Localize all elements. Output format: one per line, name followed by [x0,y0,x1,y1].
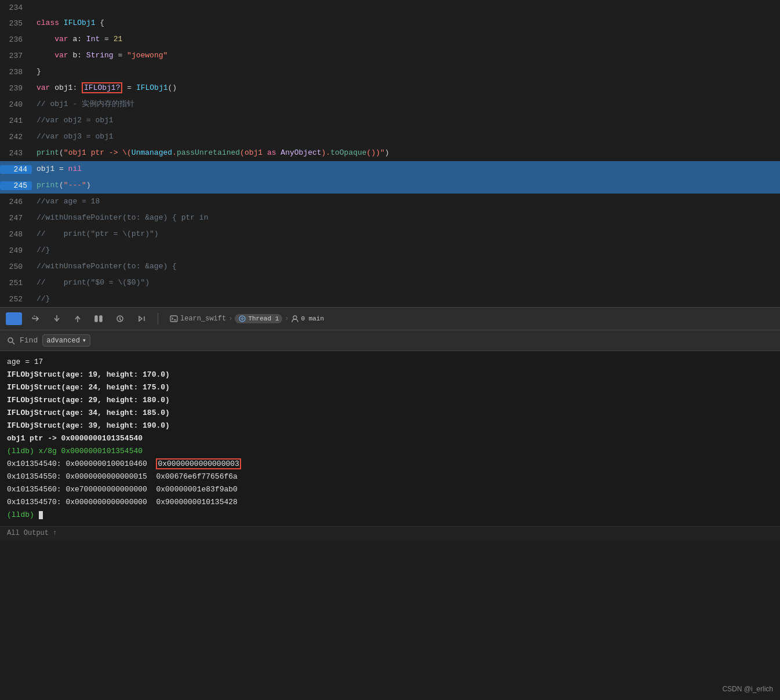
code-content: obj1 = nil [32,162,780,177]
console-line: IFLObjStruct(age: 24, height: 175.0) [7,381,773,394]
code-line-240: 240 // obj1 - 实例内存的指针 [0,96,780,112]
breadcrumb-thread-label: Thread 1 [248,315,279,322]
svg-rect-1 [95,316,97,322]
code-line-248: 248 // print("ptr = \(ptr)") [0,226,780,242]
breadcrumb: learn_swift › Thread 1 › 0 main [170,314,324,323]
line-number: 236 [0,35,32,44]
svg-rect-0 [11,316,17,322]
code-editor: 234 235 class IFLObj1 { 236 var a: Int =… [0,0,780,307]
code-line-243: 243 print("obj1 ptr -> \(Unmanaged.passU… [0,145,780,161]
code-content: var a: Int = 21 [32,32,780,47]
line-number: 237 [0,52,32,60]
line-number: 251 [0,279,32,287]
code-content: //var age = 18 [32,194,780,209]
line-number: 234 [0,3,32,12]
breadcrumb-thread: Thread 1 [235,314,282,323]
code-content: //withUnsafePointer(to: &age) { ptr in [32,210,780,225]
breadcrumb-frame: 0 main [291,315,324,323]
svg-line-8 [13,342,15,344]
code-line-236: 236 var a: Int = 21 [0,31,780,48]
run-button[interactable] [6,312,22,325]
line-number: 248 [0,230,32,239]
console-line: IFLObjStruct(age: 39, height: 190.0) [7,420,773,432]
code-content: //var obj3 = obj1 [32,129,780,144]
code-line-237: 237 var b: String = "joewong" [0,48,780,64]
person-icon [291,315,299,323]
find-dropdown[interactable]: advanced ▾ [42,334,90,347]
line-number-active: 244 [0,165,32,174]
breadcrumb-file-label: learn_swift [180,315,226,323]
console-line: IFLObjStruct(age: 19, height: 170.0) [7,369,773,381]
code-line-234: 234 [0,0,780,15]
breadcrumb-frame-label: 0 main [301,315,324,322]
line-number: 250 [0,262,32,271]
code-content: //} [32,291,780,307]
step-over-button[interactable] [27,312,44,326]
toolbar-separator [158,313,158,325]
code-line-241: 241 //var obj2 = obj1 [0,112,780,129]
code-content: print("---") [32,178,780,193]
console-line: 0x101354560: 0xe700000000000000 0x000000… [7,483,773,496]
line-number: 238 [0,68,32,76]
step-into-button[interactable] [49,312,65,326]
line-number: 243 [0,149,32,158]
line-number: 235 [0,19,32,28]
find-chevron: ▾ [82,336,86,345]
find-dropdown-label: advanced [46,337,80,345]
line-number: 249 [0,246,32,255]
line-number: 247 [0,214,32,223]
code-content: var b: String = "joewong" [32,48,780,63]
console-line: IFLObjStruct(age: 34, height: 185.0) [7,407,773,420]
code-line-252: 252 //} [0,291,780,307]
console-line: IFLObjStruct(age: 29, height: 180.0) [7,394,773,407]
code-line-238: 238 } [0,64,780,80]
code-line-235: 235 class IFLObj1 { [0,15,780,31]
debugger-button[interactable] [111,312,129,326]
code-content: //} [32,243,780,258]
console-line: 0x101354570: 0x0000000000000000 0x900000… [7,496,773,509]
toolbar: learn_swift › Thread 1 › 0 main [0,307,780,330]
code-line-250: 250 //withUnsafePointer(to: &age) { [0,258,780,275]
code-content: class IFLObj1 { [32,16,780,31]
code-content: } [32,64,780,79]
line-number: 252 [0,295,32,304]
breadcrumb-chevron-1: › [228,315,232,323]
code-content: // obj1 - 实例内存的指针 [32,97,780,112]
find-bar: Find advanced ▾ [0,330,780,351]
code-line-251: 251 // print("$0 = \($0)") [0,275,780,291]
code-content: print("obj1 ptr -> \(Unmanaged.passUnret… [32,145,780,161]
code-line-245: 245 print("---") [0,177,780,194]
breadcrumb-chevron-2: › [285,315,289,323]
all-output-bar[interactable]: All Output ↑ [0,526,780,539]
continue-button[interactable] [90,312,107,326]
line-number: 240 [0,100,32,109]
console-line: age = 17 [7,356,773,369]
line-number: 239 [0,84,32,93]
cursor [39,511,43,519]
console-line: 0x101354540: 0x0000000100010460 0x000000… [7,458,773,471]
console-line: obj1 ptr -> 0x0000000101354540 [7,432,773,445]
code-content: // print("ptr = \(ptr)") [32,227,780,242]
line-number-active: 245 [0,181,32,190]
line-number: 246 [0,198,32,206]
code-line-246: 246 //var age = 18 [0,194,780,210]
simulate-button[interactable] [133,312,151,326]
code-line-242: 242 //var obj3 = obj1 [0,129,780,145]
breadcrumb-file: learn_swift [170,315,226,323]
code-line-239: 239 var obj1: IFLObj1? = IFLObj1() [0,80,780,96]
step-out-button[interactable] [70,312,86,326]
console-lldb-prompt: (lldb) [7,509,773,522]
code-line-249: 249 //} [0,242,780,258]
svg-rect-4 [170,316,177,322]
code-content: //withUnsafePointer(to: &age) { [32,259,780,274]
line-number: 241 [0,116,32,125]
console-line: 0x101354550: 0x0000000000000015 0x00676e… [7,471,773,483]
watermark: CSDN @i_erlich [722,685,773,693]
code-content: //var obj2 = obj1 [32,113,780,128]
svg-point-7 [8,338,13,342]
console-output: age = 17 IFLObjStruct(age: 19, height: 1… [0,351,780,526]
svg-rect-2 [100,316,102,322]
console-lldb-line: (lldb) x/8g 0x0000000101354540 [7,445,773,458]
terminal-icon [170,315,178,322]
code-content: // print("$0 = \($0)") [32,275,780,290]
